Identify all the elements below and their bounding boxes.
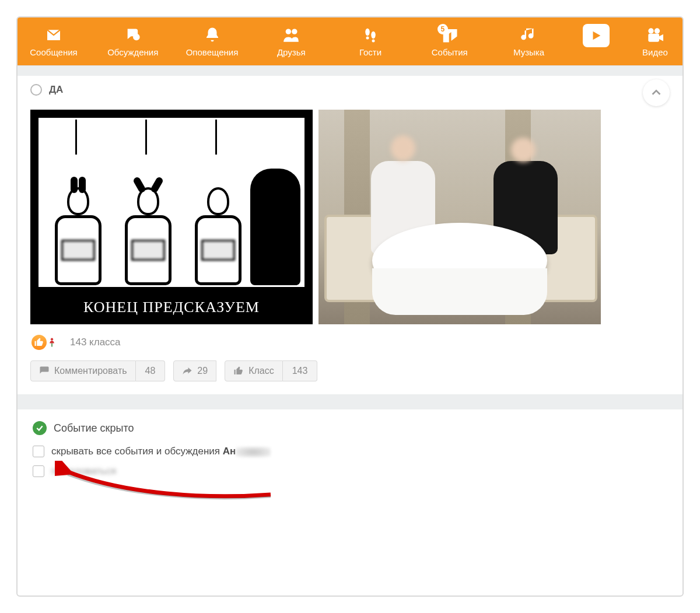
- chevron-up-icon: [650, 86, 663, 99]
- share-count: 29: [197, 366, 208, 376]
- hide-all-text: скрывать все события и обсуждения Ан: [51, 446, 271, 457]
- demotivator-inner: [38, 118, 304, 287]
- svg-point-7: [648, 28, 653, 33]
- svg-rect-9: [648, 33, 659, 41]
- nav-label: Гости: [359, 47, 382, 57]
- nav-friends[interactable]: Друзья: [262, 24, 320, 59]
- hide-all-name: Ан: [223, 446, 236, 457]
- class-count[interactable]: 143: [283, 360, 318, 381]
- post-actions-row: Комментировать 48 29 Класс 143: [18, 355, 682, 394]
- nav-label: Оповещения: [186, 47, 239, 57]
- check-circle-icon: [33, 421, 47, 435]
- chat-icon: [123, 26, 143, 44]
- checkbox-icon[interactable]: [33, 465, 44, 477]
- demotivator-caption: КОНЕЦ ПРЕДСКАЗУЕМ: [30, 295, 313, 324]
- svg-point-8: [654, 28, 660, 33]
- reactions-row: 143 класса: [18, 328, 682, 355]
- svg-point-2: [292, 29, 297, 34]
- envelope-icon: [44, 26, 64, 44]
- post-image-2[interactable]: [318, 110, 601, 324]
- nav-label: Сообщения: [30, 47, 77, 57]
- share-icon: [182, 366, 192, 376]
- nav-discussions[interactable]: Обсуждения: [104, 24, 162, 59]
- svg-point-6: [372, 39, 375, 42]
- nav-notifications[interactable]: Оповещения: [183, 24, 242, 59]
- svg-point-1: [286, 29, 291, 34]
- complain-text: пожаловаться: [51, 465, 116, 477]
- nav-events[interactable]: 5 События: [421, 24, 479, 59]
- nav-music-play-tile[interactable]: [579, 22, 614, 62]
- hidden-title-row: Событие скрыто: [33, 421, 667, 435]
- svg-point-5: [371, 31, 376, 38]
- events-icon: 5: [440, 26, 460, 44]
- radio-icon[interactable]: [30, 84, 42, 96]
- comment-count[interactable]: 48: [136, 360, 166, 381]
- nav-music[interactable]: Музыка: [500, 24, 558, 59]
- video-camera-icon: [645, 26, 665, 44]
- svg-point-0: [133, 33, 140, 40]
- hidden-event-panel: Событие скрыто скрывать все события и об…: [18, 409, 682, 503]
- thumb-up-icon: [30, 334, 48, 351]
- music-icon: [519, 26, 539, 44]
- post-images-row: КОНЕЦ ПРЕДСКАЗУЕМ: [18, 104, 682, 328]
- comment-icon: [39, 366, 50, 376]
- play-tile-icon: [583, 24, 610, 47]
- post-image-1[interactable]: КОНЕЦ ПРЕДСКАЗУЕМ: [30, 110, 313, 324]
- poll-option-row[interactable]: ДА: [18, 76, 682, 104]
- comment-group: Комментировать 48: [30, 360, 165, 381]
- reactions-count[interactable]: 143 класса: [70, 337, 121, 348]
- thumb-up-outline-icon: [233, 366, 244, 376]
- svg-point-3: [365, 28, 370, 36]
- redacted-name: [236, 447, 271, 457]
- collapse-button[interactable]: [643, 79, 670, 106]
- nav-video[interactable]: Видео: [635, 24, 676, 59]
- class-button[interactable]: Класс: [225, 360, 283, 381]
- complain-option[interactable]: пожаловаться: [33, 465, 667, 477]
- footprints-icon: [360, 26, 380, 44]
- nav-label: Обсуждения: [107, 47, 158, 57]
- nav-label: Музыка: [513, 47, 544, 57]
- comment-label: Комментировать: [54, 366, 127, 376]
- hide-all-option[interactable]: скрывать все события и обсуждения Ан: [33, 446, 667, 457]
- nav-label: События: [432, 47, 468, 57]
- events-badge: 5: [438, 24, 448, 34]
- class-group: Класс 143: [225, 360, 317, 381]
- top-nav: Сообщения Обсуждения Оповещения Друзья Г…: [18, 17, 682, 65]
- bell-icon: [202, 26, 222, 44]
- divider: [18, 394, 682, 409]
- class-label: Класс: [249, 366, 274, 376]
- nav-guests[interactable]: Гости: [341, 24, 400, 59]
- nav-label: Видео: [642, 47, 668, 57]
- svg-point-4: [366, 36, 369, 39]
- divider: [18, 65, 682, 76]
- nav-label: Друзья: [277, 47, 306, 57]
- hide-all-prefix: скрывать все события и обсуждения: [51, 446, 223, 457]
- share-button[interactable]: 29: [173, 360, 216, 381]
- people-icon: [281, 26, 301, 44]
- poll-option-label: ДА: [49, 84, 63, 96]
- nav-messages[interactable]: Сообщения: [24, 24, 83, 59]
- share-group: 29: [173, 360, 216, 381]
- comment-button[interactable]: Комментировать: [30, 360, 136, 381]
- feed-content: ДА: [18, 65, 682, 503]
- hidden-title: Событие скрыто: [54, 422, 134, 435]
- reaction-icons[interactable]: [30, 334, 61, 351]
- checkbox-icon[interactable]: [33, 446, 44, 457]
